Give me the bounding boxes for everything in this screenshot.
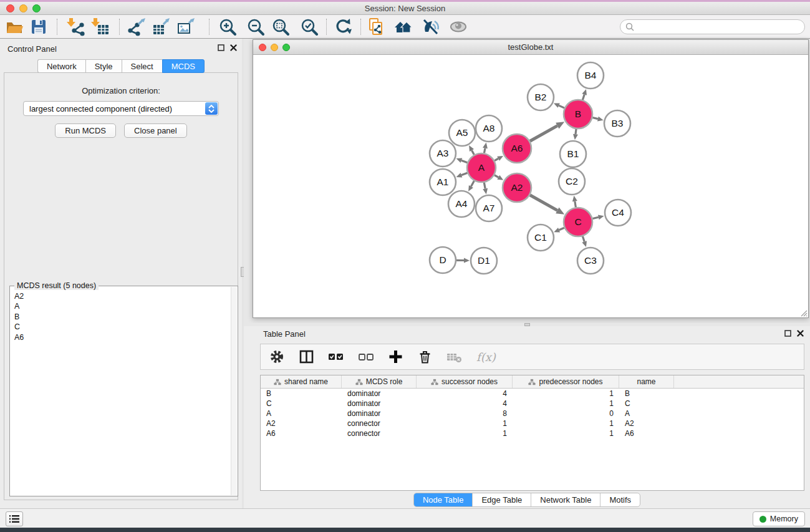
node-C2[interactable]: C2 [559, 168, 585, 195]
run-mcds-button[interactable]: Run MCDS [55, 123, 116, 138]
memory-status-icon [759, 516, 766, 523]
export-image-button[interactable] [175, 16, 196, 37]
houses-button[interactable] [393, 16, 414, 37]
node-A2[interactable]: A2 [503, 173, 531, 202]
clone-network-button[interactable] [365, 16, 386, 37]
zoom-fit-button[interactable] [270, 16, 291, 37]
node-A7[interactable]: A7 [476, 195, 502, 221]
close-panel-button[interactable]: Close panel [124, 123, 187, 138]
import-network-button[interactable] [65, 16, 86, 37]
resize-grip-icon[interactable] [800, 309, 808, 317]
network-canvas[interactable]: B4B2BB3A8A5A6A3B1AA1C2A2A4A7C4CC1C3DD1 [253, 55, 808, 317]
cell-name: A6 [619, 428, 674, 438]
node-B3[interactable]: B3 [604, 110, 630, 137]
edge-A-A8[interactable] [484, 148, 485, 153]
table-row[interactable]: A2connector11A2 [261, 418, 804, 428]
edge-B-B2[interactable] [559, 105, 564, 108]
import-table-button[interactable] [89, 16, 110, 37]
zoom-in-button[interactable] [217, 16, 238, 37]
tab-network[interactable]: Network [37, 59, 85, 73]
search-input[interactable] [637, 21, 804, 32]
edge-A2-C[interactable] [530, 195, 557, 211]
tab-select[interactable]: Select [122, 59, 162, 73]
node-B2[interactable]: B2 [528, 84, 554, 110]
export-table-button[interactable] [150, 16, 171, 37]
network-desktop: testGlobe.txt B4B2BB3A8A5A6A3B1AA1C2A2A4… [244, 39, 810, 323]
result-scrollbar[interactable] [231, 287, 237, 495]
select-all-columns-button[interactable] [328, 349, 344, 365]
create-column-button[interactable] [388, 349, 403, 365]
edge-A-A4[interactable] [471, 181, 474, 186]
column-header-name[interactable]: name [619, 375, 674, 388]
export-network-button[interactable] [126, 16, 147, 37]
edge-A-A1[interactable] [461, 173, 467, 175]
tab-edge-table[interactable]: Edge Table [472, 493, 531, 506]
refresh-button[interactable] [332, 16, 354, 37]
node-A8[interactable]: A8 [476, 115, 502, 142]
node-A4[interactable]: A4 [448, 191, 475, 217]
zoom-selected-button[interactable] [299, 16, 320, 37]
tab-style[interactable]: Style [85, 59, 122, 73]
table-row[interactable]: Adominator80A [261, 409, 804, 418]
network-window-titlebar[interactable]: testGlobe.txt [253, 40, 808, 55]
edge-B-B3[interactable] [592, 118, 598, 119]
tab-motifs[interactable]: Motifs [600, 493, 640, 506]
memory-label: Memory [770, 515, 798, 523]
node-A6[interactable]: A6 [503, 134, 531, 163]
node-A3[interactable]: A3 [430, 140, 456, 167]
node-B1[interactable]: B1 [560, 141, 586, 167]
table-row[interactable]: A6connector11A6 [261, 428, 804, 438]
table-row[interactable]: Bdominator41B [261, 389, 804, 399]
tab-node-table[interactable]: Node Table [414, 493, 473, 506]
birds-eye-view-button[interactable] [448, 16, 469, 37]
edge-C-C4[interactable] [592, 217, 598, 218]
edge-C-C1[interactable] [559, 228, 564, 230]
open-session-button[interactable] [4, 16, 25, 37]
edge-A-A3[interactable] [461, 160, 467, 163]
delete-table-button[interactable] [446, 349, 463, 365]
function-builder-button[interactable]: f(x) [476, 351, 496, 364]
node-A1[interactable]: A1 [430, 169, 456, 195]
delete-column-button[interactable] [417, 349, 433, 365]
node-D1[interactable]: D1 [471, 248, 497, 274]
column-header-shared-name[interactable]: shared name [261, 375, 342, 388]
column-header-mcds-role[interactable]: MCDS role [342, 375, 417, 388]
node-A[interactable]: A [467, 153, 496, 182]
criterion-select[interactable]: largest connected component (directed) [23, 101, 219, 116]
column-header-successor-nodes[interactable]: successor nodes [417, 375, 513, 388]
node-C3[interactable]: C3 [577, 248, 604, 274]
node-B4[interactable]: B4 [577, 62, 604, 89]
edge-A-A6[interactable] [494, 158, 498, 160]
column-header-predecessor-nodes[interactable]: predecessor nodes [513, 375, 619, 388]
node-C4[interactable]: C4 [605, 200, 631, 226]
edge-B-B4[interactable] [582, 94, 584, 100]
float-panel-icon[interactable] [218, 44, 224, 51]
edge-B-B1[interactable] [576, 129, 576, 134]
edge-A-A2[interactable] [494, 175, 498, 178]
memory-button[interactable]: Memory [753, 511, 805, 526]
edge-C-C3[interactable] [582, 236, 584, 242]
edge-A6-B[interactable] [530, 126, 557, 142]
close-table-panel-icon[interactable] [797, 330, 804, 337]
zoom-out-button[interactable] [245, 16, 266, 37]
edge-A-A7[interactable] [484, 183, 485, 189]
edge-C-C2[interactable] [575, 201, 576, 208]
edge-A-A5[interactable] [471, 150, 474, 155]
task-history-button[interactable] [6, 511, 23, 526]
close-panel-icon[interactable] [230, 44, 237, 51]
node-D[interactable]: D [430, 247, 456, 273]
table-settings-button[interactable] [269, 349, 285, 365]
table-row[interactable]: Cdominator41C [261, 399, 804, 409]
node-C1[interactable]: C1 [528, 225, 554, 251]
tab-network-table[interactable]: Network Table [531, 493, 600, 506]
node-C[interactable]: C [564, 208, 592, 236]
save-session-button[interactable] [28, 16, 49, 37]
clone-network-icon [366, 17, 385, 36]
show-column-button[interactable] [299, 349, 314, 365]
deselect-all-columns-button[interactable] [358, 349, 374, 365]
node-A5[interactable]: A5 [449, 120, 475, 146]
hide-graphics-details-button[interactable] [420, 16, 441, 37]
float-table-panel-icon[interactable] [784, 330, 791, 337]
tab-mcds[interactable]: MCDS [162, 59, 205, 73]
node-B[interactable]: B [564, 100, 592, 128]
